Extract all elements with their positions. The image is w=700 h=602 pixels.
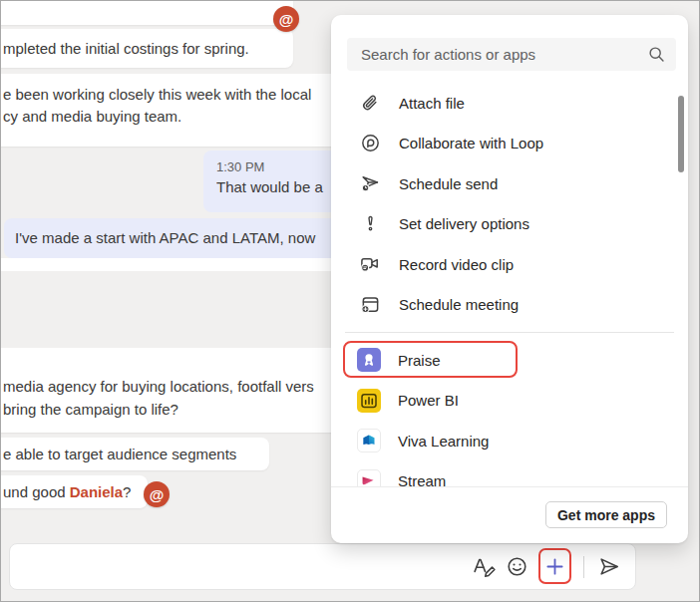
app-label: Praise xyxy=(398,352,441,369)
message-line: bring the campaign to life? xyxy=(3,398,352,421)
mention-badge-icon: @ xyxy=(144,481,170,507)
praise-app-icon xyxy=(357,348,381,372)
action-label: Attach file xyxy=(399,95,465,112)
delivery-options-icon xyxy=(360,213,381,234)
stream-app-icon xyxy=(357,469,381,487)
mention-name[interactable]: Daniela xyxy=(70,483,123,500)
app-item-viva-learning[interactable]: Viva Learning xyxy=(331,421,688,461)
schedule-meeting-icon xyxy=(360,294,381,315)
message-line: cy and media buying team. xyxy=(3,106,340,128)
emoji-icon[interactable] xyxy=(506,555,528,578)
message-text: und good xyxy=(3,483,70,500)
action-label: Collaborate with Loop xyxy=(399,135,543,151)
message-line: e been working closely this week with th… xyxy=(3,84,340,106)
message-card: media agency for buying locations, footf… xyxy=(0,348,352,433)
message-card: e been working closely this week with th… xyxy=(0,74,340,147)
app-label: Viva Learning xyxy=(398,433,489,450)
message-text: ? xyxy=(123,483,131,500)
app-label: Power BI xyxy=(398,392,459,409)
sent-message-bubble: 1:30 PM That would be a xyxy=(203,150,349,212)
popup-divider xyxy=(345,332,674,333)
message-line: media agency for buying locations, footf… xyxy=(3,375,352,398)
message-card-partial xyxy=(1,258,352,271)
action-item-attach-file[interactable]: Attach file xyxy=(331,83,688,124)
action-label: Set delivery options xyxy=(399,215,529,232)
sent-message-bubble: I've made a start with APAC and LATAM, n… xyxy=(4,218,353,258)
search-input[interactable] xyxy=(359,45,647,64)
message-bubble-partial xyxy=(0,0,293,25)
action-item-schedule-meeting[interactable]: Schedule meeting xyxy=(331,285,688,326)
popup-scroll-area: Attach file Collaborate with Loop xyxy=(331,83,688,487)
popup-search-box[interactable] xyxy=(347,38,676,71)
compose-box[interactable] xyxy=(9,543,636,590)
search-icon xyxy=(647,45,666,64)
action-label: Schedule send xyxy=(399,175,498,192)
message-timestamp: 1:30 PM xyxy=(216,159,349,174)
schedule-send-icon xyxy=(360,173,381,194)
actions-apps-popup: Attach file Collaborate with Loop xyxy=(331,15,688,543)
message-bubble: und good Daniela? xyxy=(0,475,148,508)
toolbar-divider xyxy=(583,556,584,578)
attach-file-icon xyxy=(360,93,381,114)
action-item-record-video-clip[interactable]: Record video clip xyxy=(331,244,688,285)
format-icon[interactable] xyxy=(472,555,497,579)
powerbi-app-icon xyxy=(357,389,381,413)
loop-icon xyxy=(360,133,381,153)
popup-scrollbar[interactable] xyxy=(678,96,684,172)
plus-icon xyxy=(544,556,565,577)
add-actions-button[interactable] xyxy=(538,548,571,584)
mention-badge-icon: @ xyxy=(273,6,299,32)
app-item-stream[interactable]: Stream xyxy=(331,461,688,488)
viva-learning-app-icon xyxy=(357,429,381,452)
message-bubble: e able to target audience segments xyxy=(0,438,269,470)
app-item-praise[interactable]: Praise xyxy=(331,340,688,381)
message-bubble: mpleted the initial costings for spring. xyxy=(0,29,293,68)
send-icon[interactable] xyxy=(597,555,621,578)
app-item-power-bi[interactable]: Power BI xyxy=(331,381,688,422)
action-label: Record video clip xyxy=(399,256,514,273)
action-label: Schedule meeting xyxy=(399,296,519,313)
record-video-icon xyxy=(360,254,381,275)
message-line: That would be a xyxy=(216,178,349,195)
get-more-apps-button[interactable]: Get more apps xyxy=(545,501,667,528)
action-item-set-delivery-options[interactable]: Set delivery options xyxy=(331,204,688,245)
teams-chat-window: mpleted the initial costings for spring.… xyxy=(0,0,700,602)
action-item-collaborate-loop[interactable]: Collaborate with Loop xyxy=(331,124,688,164)
app-label: Stream xyxy=(398,472,446,487)
action-item-schedule-send[interactable]: Schedule send xyxy=(331,163,688,204)
